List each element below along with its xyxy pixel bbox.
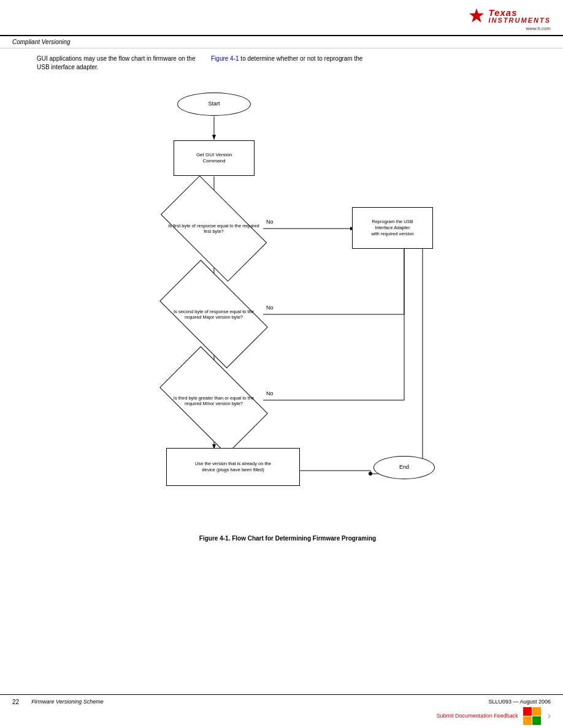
section-title: Compliant Versioning <box>12 39 71 45</box>
footer-doc-name: Firmware Versioning Scheme <box>31 699 104 705</box>
reprogram-label: Reprogram the USBInterface Adapterwith r… <box>370 218 415 238</box>
flowchart-container: Yes Yes Yes No No <box>37 82 538 529</box>
ti-yellow-square2 <box>523 716 532 725</box>
svg-text:No: No <box>266 219 274 225</box>
use-version-shape: Use the version that is already on thede… <box>166 448 300 486</box>
main-content: GUI applications may use the flow chart … <box>0 48 563 560</box>
flowchart: Yes Yes Yes No No <box>73 82 502 529</box>
intro-left-text: GUI applications may use the flow chart … <box>37 55 195 70</box>
diamond2-shape: Is second byte of response equal to the … <box>159 260 268 368</box>
diamond3-shape: Is third byte greater than or equal to t… <box>159 346 268 455</box>
page-number: 22 <box>12 699 19 705</box>
figure-link[interactable]: Figure 4-1 <box>211 55 239 62</box>
end-label: End <box>399 464 409 471</box>
footer-doc-ref: SLLU093 — August 2006 <box>488 699 551 705</box>
start-label: Start <box>208 100 220 108</box>
use-version-label: Use the version that is already on thede… <box>193 459 273 475</box>
ti-instruments-text: INSTRUMENTS <box>489 17 551 24</box>
ti-texas-text: Texas <box>489 8 551 17</box>
ti-red-square <box>523 707 532 716</box>
svg-text:No: No <box>266 390 274 396</box>
chevron-right-icon: › <box>548 710 551 721</box>
ti-logo: Texas INSTRUMENTS www.ti.com <box>468 7 551 31</box>
svg-marker-0 <box>469 8 484 22</box>
svg-text:No: No <box>266 305 274 311</box>
end-shape: End <box>373 456 435 479</box>
figure-caption: Figure 4-1. Flow Chart for Determining F… <box>37 535 538 542</box>
page-footer: 22 Firmware Versioning Scheme SLLU093 — … <box>0 694 563 728</box>
diamond1-shape: Is first byte of response equal to the r… <box>161 175 267 281</box>
reprogram-shape: Reprogram the USBInterface Adapterwith r… <box>352 207 433 249</box>
diamond3-label: Is third byte greater than or equal to t… <box>167 372 261 429</box>
feedback-link[interactable]: Submit Documentation Feedback <box>437 713 518 719</box>
ti-green-square <box>532 716 541 725</box>
intro-paragraph: GUI applications may use the flow chart … <box>37 55 538 72</box>
ti-url: www.ti.com <box>526 26 551 31</box>
get-version-shape: Get GUI VersionCommand <box>174 140 255 176</box>
figure-caption-text: Figure 4-1. Flow Chart for Determining F… <box>199 535 376 542</box>
intro-right-text: to determine whether or not to reprogram… <box>240 55 362 62</box>
start-shape: Start <box>177 93 251 116</box>
svg-point-27 <box>369 472 372 476</box>
section-header: Compliant Versioning <box>0 36 563 48</box>
page-header: Texas INSTRUMENTS www.ti.com <box>0 0 563 36</box>
footer-ti-logo <box>523 707 540 724</box>
footer-left: 22 Firmware Versioning Scheme <box>12 699 104 705</box>
diamond1-label: Is first byte of response equal to the r… <box>167 202 261 256</box>
get-version-label: Get GUI VersionCommand <box>195 151 233 166</box>
ti-star-icon <box>468 7 485 25</box>
diamond2-label: Is second byte of response equal to the … <box>167 286 261 343</box>
ti-yellow-square <box>532 707 541 716</box>
footer-right: SLLU093 — August 2006 Submit Documentati… <box>437 699 551 724</box>
